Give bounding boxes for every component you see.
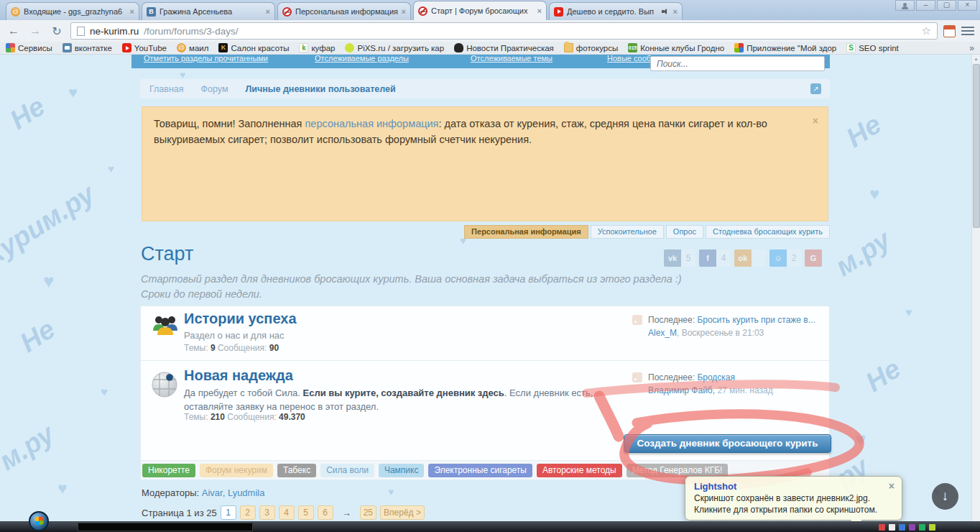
address-bar[interactable]: ne-kurim.ru/forum/forums/3-days/ ☆ [70, 22, 938, 40]
browser-tab-start-active[interactable]: Старт | Форум бросающих × [413, 1, 547, 20]
last-post-user[interactable]: Владимир Файб, [648, 385, 715, 395]
browser-tab-personal-info[interactable]: Персональная информация × [277, 2, 411, 20]
breadcrumb-current[interactable]: Личные дневники пользователей [246, 84, 396, 94]
tag-nicorette[interactable]: Никоретте [142, 464, 195, 477]
taskbar-window-preview[interactable] [78, 523, 253, 531]
last-post-link[interactable]: Бродская [697, 372, 735, 382]
page-button-4[interactable]: 4 [279, 505, 295, 520]
tray-icon[interactable] [929, 524, 935, 531]
lightshot-notification[interactable]: Lightshot Скриншот сохранён в завести дн… [685, 476, 902, 520]
bookmark-item[interactable]: фотокурсы [564, 43, 618, 52]
bookmark-item[interactable]: 015Конные клубы Гродно [628, 43, 724, 52]
heart-decoration: ♥ [57, 479, 68, 498]
menu-icon[interactable] [961, 27, 974, 36]
scrollbar-thumb[interactable] [973, 64, 980, 228]
bookmark-item[interactable]: SEO sprint [846, 43, 899, 52]
tray-icon[interactable] [909, 524, 915, 531]
facebook-share-button[interactable]: f4 [699, 249, 731, 267]
page-button-25[interactable]: 25 [360, 505, 376, 520]
bookmark-item[interactable]: YouTube [122, 43, 167, 52]
odnoklassniki-share-button[interactable]: ok [734, 249, 766, 267]
last-post-link[interactable]: Бросить курить при стаже в... [697, 315, 815, 325]
bookmark-item[interactable]: Сервисы [6, 43, 52, 52]
tab-strip: Входящие - ggs_grazhyna6 × Гражина Арсен… [0, 0, 980, 20]
page-button-2[interactable]: 2 [240, 505, 256, 520]
topbar-link-mark-read[interactable]: Отметить разделы прочитанными [144, 55, 268, 65]
notice-close-icon[interactable]: × [813, 114, 818, 129]
topbar-link-watched-threads[interactable]: Отслеживаемые темы [471, 55, 553, 65]
tab-close-icon[interactable]: × [673, 7, 678, 16]
no-smoking-icon [282, 7, 292, 17]
last-post-time[interactable]: 27 мин. назад [717, 385, 772, 395]
browser-tab-mail[interactable]: Входящие - ggs_grazhyna6 × [6, 2, 139, 20]
personal-info-link[interactable]: персональная информация [305, 118, 439, 129]
breadcrumb-forum[interactable]: Форум [201, 84, 228, 94]
lightshot-close-icon[interactable]: × [889, 480, 895, 492]
google-share-button[interactable]: G [805, 249, 822, 267]
share-icon[interactable]: ↗ [810, 83, 821, 94]
heart-decoration: ♥ [855, 428, 866, 451]
bookmark-label: фотокурсы [576, 44, 618, 52]
scroll-down-button[interactable]: ↓ [932, 483, 958, 510]
tab-personal-info[interactable]: Персональная информация [464, 225, 588, 239]
tray-icon[interactable] [889, 524, 895, 531]
back-icon[interactable]: ← [6, 24, 22, 37]
forward-icon[interactable]: → [27, 24, 43, 37]
bookmark-item[interactable]: Приложение "Мой здор [734, 43, 836, 52]
last-post-user[interactable]: Alex_M [648, 328, 677, 338]
tag-tabex[interactable]: Табекс [277, 464, 316, 477]
tag-kgb-method[interactable]: Метод Генералов КГБ! [627, 464, 729, 477]
tab-poll[interactable]: Опрос [666, 225, 703, 239]
scrollbar[interactable]: ▲ [971, 55, 980, 521]
tab-close-icon[interactable]: × [266, 7, 270, 16]
tab-calming[interactable]: Успокоительное [591, 225, 664, 239]
tab-close-icon[interactable]: × [537, 6, 542, 15]
profile-icon[interactable] [895, 0, 915, 11]
moderator-links[interactable]: Aivar, Lyudmila [202, 487, 265, 498]
page-button-6[interactable]: 6 [318, 505, 333, 520]
watermark-text: Не [860, 353, 906, 398]
next-page-button[interactable]: Вперёд > [380, 505, 425, 520]
page-button-5[interactable]: 5 [298, 505, 314, 520]
tab-close-icon[interactable]: × [130, 7, 134, 16]
scrollbar-up-icon[interactable]: ▲ [972, 55, 980, 63]
lightshot-title: Lightshot [694, 481, 893, 492]
windows-start-button[interactable] [29, 511, 49, 531]
tray-icon[interactable] [879, 524, 885, 531]
vk-share-button[interactable]: vk5 [664, 249, 695, 267]
tab-hundred-days[interactable]: Стодневка бросающих курить [706, 225, 830, 239]
moymir-share-button[interactable]: ☺2 [769, 249, 801, 267]
tray-icon[interactable] [919, 524, 925, 531]
bookmark-item[interactable]: куфар [299, 43, 335, 52]
tray-icon[interactable] [899, 524, 905, 531]
search-input[interactable] [650, 56, 825, 71]
bookmark-item[interactable]: PiXS.ru / загрузить кар [345, 43, 444, 52]
breadcrumb-home[interactable]: Главная [149, 84, 184, 94]
bookmark-item[interactable]: Салон красоты [218, 43, 289, 52]
page-button-1[interactable]: 1 [221, 505, 236, 520]
extension-icon[interactable] [943, 25, 956, 37]
tag-willpower[interactable]: Сила воли [320, 464, 374, 477]
bookmark-item[interactable]: вконтатке [63, 43, 112, 52]
forum-link-success-stories[interactable]: Истории успеха [184, 311, 297, 327]
minimize-button[interactable]: – [916, 0, 935, 11]
bookmark-item[interactable]: маил [177, 43, 208, 52]
maximize-button[interactable]: ▢ [937, 0, 956, 11]
page-button-3[interactable]: 3 [259, 505, 275, 520]
forum-link-new-hope[interactable]: Новая надежда [184, 367, 293, 384]
close-button[interactable]: × [958, 0, 977, 11]
browser-tab-youtube[interactable]: Дешево и сердито. Вып × [549, 2, 683, 20]
bookmarks-overflow-icon[interactable]: » [969, 43, 974, 53]
bookmark-star-icon[interactable]: ☆ [922, 24, 931, 37]
forum-page: Не курим.ру Не м.ру Не м.ру Не ру ♥ ♥ ♥ … [0, 55, 980, 521]
bookmark-item[interactable]: Новости Практическая [454, 43, 554, 52]
tag-champix[interactable]: Чампикс [379, 464, 425, 477]
tab-close-icon[interactable]: × [402, 7, 406, 16]
tag-ecigs[interactable]: Электронные сигареты [428, 464, 532, 477]
topbar-link-watched-forums[interactable]: Отслеживаемые разделы [315, 55, 409, 65]
tag-forum-nekurim[interactable]: Форум некурим [200, 464, 273, 477]
reload-icon[interactable]: ↻ [49, 24, 65, 38]
browser-tab-vk[interactable]: Гражина Арсеньева × [142, 2, 275, 20]
tag-author-methods[interactable]: Авторские методы [537, 464, 622, 477]
create-diary-button[interactable]: Создать дневник бросающего курить [624, 434, 831, 453]
